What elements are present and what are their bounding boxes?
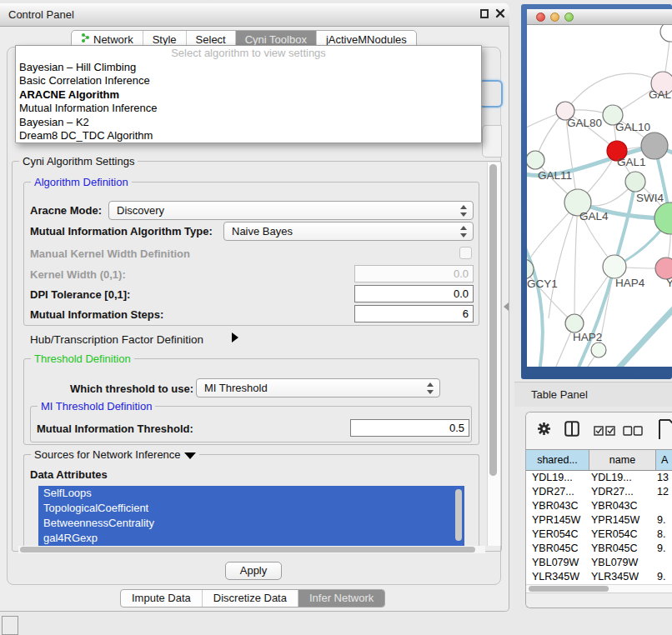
scrollbar-thumb[interactable] — [20, 547, 475, 552]
mi-steps-field[interactable] — [354, 305, 474, 322]
list-item[interactable]: BetweennessCentrality — [38, 516, 464, 531]
table-row[interactable]: YDR27...YDR27...12 — [526, 485, 672, 499]
kernel-width-label: Kernel Width (0,1): — [30, 268, 126, 281]
gear-icon[interactable] — [537, 422, 551, 439]
minimize-window-icon[interactable] — [550, 12, 559, 22]
function-builder-icon[interactable] — [658, 418, 672, 442]
node-label: GAL4 — [579, 210, 609, 222]
float-panel-icon[interactable] — [480, 9, 489, 18]
list-item[interactable]: gal4RGexp — [38, 531, 464, 546]
hub-factor-section-label[interactable]: Hub/Transcription Factor Definition — [30, 333, 203, 346]
inference-algorithm-combo-fragment[interactable] — [479, 80, 503, 108]
aracne-mode-label: Aracne Mode: — [30, 204, 102, 217]
cyni-settings-group-title: Cyni Algorithm Settings — [19, 155, 138, 168]
mi-threshold-field[interactable] — [350, 419, 469, 437]
control-panel-title: Control Panel — [8, 8, 74, 21]
tab-impute-data[interactable]: Impute Data — [121, 590, 203, 607]
list-item[interactable]: SelfLoops — [38, 486, 464, 501]
network-node[interactable] — [660, 25, 672, 42]
algorithm-dropdown-list: Select algorithm to view settings Bayesi… — [15, 45, 482, 143]
dropdown-item[interactable]: Bayesian – K2 — [16, 116, 481, 129]
node-label: HAP2 — [573, 331, 602, 343]
network-node[interactable] — [603, 255, 626, 278]
select-all-checkboxes-icon[interactable] — [594, 424, 615, 439]
dpi-tolerance-label: DPI Tolerance [0,1]: — [30, 288, 130, 301]
node-label: Y — [666, 277, 672, 289]
table-panel-footer — [526, 592, 672, 608]
control-panel-titlebar[interactable] — [0, 3, 509, 27]
node-label: SWI4 — [636, 192, 664, 204]
data-attributes-label: Data Attributes — [30, 468, 108, 481]
hidden-combo-fragment — [482, 125, 502, 158]
network-canvas[interactable]: GAL80 GAL10 GAL1 GAL11 SWI4 GAL4 GCY1 HA… — [527, 25, 672, 367]
collapse-arrow-icon — [184, 452, 196, 459]
mi-threshold-label: Mutual Information Threshold: — [37, 422, 193, 435]
scrollbar-thumb[interactable] — [489, 164, 497, 476]
dpi-tolerance-field[interactable] — [354, 285, 474, 302]
tab-infer-network[interactable]: Infer Network — [298, 590, 384, 607]
table-row[interactable]: YBR043CYBR043C — [526, 499, 672, 513]
list-scrollbar[interactable] — [455, 489, 462, 541]
zoom-window-icon[interactable] — [564, 12, 574, 22]
dropdown-item[interactable]: Mutual Information Inference — [16, 102, 481, 115]
columns-icon[interactable] — [564, 421, 579, 440]
list-item[interactable]: TopologicalCoefficient — [38, 501, 464, 516]
which-threshold-label: Which threshold to use: — [70, 382, 193, 395]
floating-panel-handle[interactable] — [2, 616, 18, 635]
table-row[interactable]: YER054CYER054C8. — [526, 528, 672, 542]
aracne-mode-combobox[interactable]: Discovery — [108, 201, 474, 220]
table-panel-window: shared... name A YDL19...YDL19...13 YDR2… — [525, 412, 672, 608]
node-label: GAL80 — [567, 117, 602, 129]
table-row[interactable]: YDL19...YDL19...13 — [526, 471, 672, 485]
settings-horizontal-scrollbar[interactable] — [18, 546, 485, 553]
node-label: GAL1 — [617, 156, 646, 168]
network-node[interactable] — [565, 314, 584, 332]
data-attributes-list[interactable]: SelfLoops TopologicalCoefficient Between… — [38, 486, 464, 548]
expand-arrow-icon[interactable] — [232, 332, 238, 342]
threshold-definition-title: Threshold Definition — [31, 352, 134, 365]
table-body[interactable]: YDL19...YDL19...13 YDR27...YDR27...12 YB… — [526, 471, 672, 589]
network-window-titlebar[interactable] — [527, 9, 672, 25]
manual-kernel-width-label: Manual Kernel Width Definition — [30, 248, 190, 260]
dropdown-item[interactable]: Basic Correlation Inference — [16, 74, 481, 88]
sources-group-title[interactable]: Sources for Network Inference — [31, 448, 199, 461]
table-toolbar — [526, 412, 672, 449]
tab-discretize-data[interactable]: Discretize Data — [203, 590, 298, 607]
mi-steps-label: Mutual Information Steps: — [30, 308, 163, 321]
combo-stepper-icon — [427, 382, 433, 394]
network-node[interactable] — [591, 342, 606, 358]
apply-button[interactable]: Apply — [225, 562, 282, 580]
table-panel-title: Table Panel — [531, 388, 588, 401]
table-row[interactable]: YLR345WYLR345W9. — [526, 570, 672, 584]
settings-vertical-scrollbar[interactable] — [487, 162, 501, 546]
scrollbar-thumb[interactable] — [529, 586, 609, 592]
network-node[interactable] — [625, 172, 645, 192]
dropdown-placeholder: Select algorithm to view settings — [16, 46, 481, 61]
column-header-name[interactable]: name — [589, 450, 656, 470]
dropdown-item[interactable]: Bayesian – Hill Climbing — [16, 61, 481, 74]
kernel-width-field[interactable] — [354, 265, 474, 282]
table-row[interactable]: YBR045CYBR045C9. — [526, 542, 672, 556]
column-header-clipped[interactable]: A — [656, 450, 672, 470]
table-row[interactable]: YBL079WYBL079W — [526, 556, 672, 570]
node-label: GAL11 — [538, 169, 572, 182]
network-node[interactable] — [654, 202, 672, 234]
close-window-icon[interactable] — [536, 12, 545, 22]
which-threshold-combobox[interactable]: MI Threshold — [196, 378, 440, 398]
close-panel-icon[interactable] — [495, 8, 505, 19]
mi-algorithm-type-label: Mutual Information Algorithm Type: — [30, 225, 213, 238]
dropdown-item[interactable]: Dream8 DC_TDC Algorithm — [16, 129, 481, 142]
algorithm-definition-title: Algorithm Definition — [31, 176, 132, 188]
dropdown-item-selected[interactable]: ARACNE Algorithm — [16, 88, 481, 102]
table-header: shared... name A — [526, 449, 672, 471]
unselect-all-checkboxes-icon[interactable] — [623, 424, 643, 439]
manual-kernel-width-checkbox[interactable] — [459, 247, 472, 259]
mi-threshold-group-title: MI Threshold Definition — [38, 400, 155, 412]
table-row[interactable]: YPR145WYPR145W9. — [526, 513, 672, 528]
network-node[interactable] — [527, 151, 544, 169]
mi-algorithm-type-combobox[interactable]: Naive Bayes — [223, 222, 474, 241]
combo-stepper-icon — [460, 205, 466, 217]
column-header-shared-name[interactable]: shared... — [526, 450, 589, 470]
panel-splitter-arrow-icon[interactable] — [504, 302, 509, 311]
combo-stepper-icon — [460, 226, 466, 238]
